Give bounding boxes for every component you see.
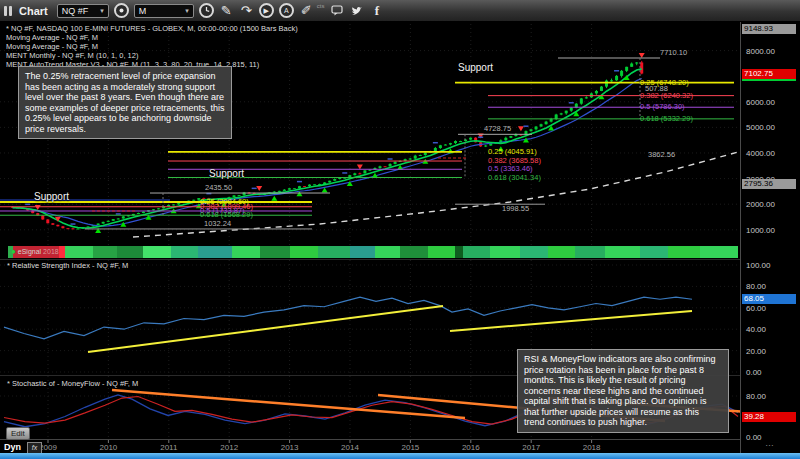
chat-button[interactable] bbox=[329, 3, 344, 19]
price-badge: 9148.93 bbox=[742, 24, 796, 34]
price-badge: 7102.75 bbox=[742, 69, 796, 79]
facebook-button[interactable]: f bbox=[369, 3, 384, 19]
chevron-down-icon: ▾ bbox=[185, 7, 189, 15]
chat-bubble-icon bbox=[331, 5, 343, 16]
price-axis-label: 6000.00 bbox=[746, 98, 775, 107]
draw-pencil-button[interactable]: ✎ bbox=[219, 3, 234, 19]
symbol-select[interactable]: NQ #F ▾ bbox=[57, 4, 109, 18]
study-line-ma1[interactable]: Moving Average - NQ #F, M bbox=[6, 33, 298, 42]
support-label-upper[interactable]: Support bbox=[458, 62, 493, 73]
window-icon[interactable] bbox=[4, 6, 12, 16]
esignal-watermark: ● eSignal 2018 bbox=[11, 247, 59, 256]
price-axis-label: 1000.00 bbox=[746, 226, 775, 235]
support-label-middle[interactable]: Support bbox=[209, 168, 244, 179]
play-button[interactable]: ▶ bbox=[259, 3, 274, 18]
price-axis-label: 8000.00 bbox=[746, 47, 775, 56]
rsi-panel-title[interactable]: * Relative Strength Index - NQ #F, M bbox=[7, 261, 128, 270]
price-axis-label: 5000.00 bbox=[746, 123, 775, 132]
stoch-axis-label: 0.00 bbox=[746, 433, 762, 442]
rsi-axis-label: 80.00 bbox=[746, 282, 766, 291]
share-arrow-button[interactable]: ↷ bbox=[239, 3, 254, 19]
price-axis-label: 4000.00 bbox=[746, 149, 775, 158]
twitter-button[interactable] bbox=[349, 3, 364, 19]
interval-value: M bbox=[139, 6, 147, 16]
watermark-year: 2018 bbox=[43, 248, 59, 255]
autotrade-button[interactable]: A bbox=[279, 3, 294, 18]
twitter-bird-icon bbox=[351, 6, 363, 16]
rsi-axis-label: 0.00 bbox=[746, 368, 762, 377]
rsi-axis-label: 100.00 bbox=[746, 261, 770, 270]
scroll-handle[interactable]: … bbox=[765, 438, 774, 448]
signal-strip-layer bbox=[8, 246, 738, 258]
time-interval-button[interactable] bbox=[199, 3, 214, 18]
study-labels: * NQ #F, NASDAQ 100 E-MINI FUTURES - GLO… bbox=[6, 24, 298, 69]
price-badge: 2795.36 bbox=[742, 179, 796, 189]
cts-label: cts bbox=[317, 3, 325, 9]
dot-icon bbox=[118, 7, 125, 14]
rsi-axis-label: 40.00 bbox=[746, 325, 766, 334]
marker-button[interactable]: ✐ bbox=[299, 3, 314, 19]
last-price-underline bbox=[742, 79, 796, 81]
rsi-axis-label: 20.00 bbox=[746, 347, 766, 356]
price-axis-label: 2000.00 bbox=[746, 200, 775, 209]
dyn-label[interactable]: Dyn bbox=[4, 442, 21, 452]
esignal-dot-icon: ● bbox=[11, 247, 16, 256]
stoch-value-badge: 39.28 bbox=[742, 412, 796, 422]
price-axis[interactable]: 8000.006000.005000.004000.003000.002000.… bbox=[741, 22, 800, 453]
symbol-value: NQ #F bbox=[62, 6, 89, 16]
edit-button[interactable]: Edit bbox=[6, 427, 30, 440]
support-label-lower[interactable]: Support bbox=[34, 191, 69, 202]
study-line-ma2[interactable]: Moving Average - NQ #F, M bbox=[6, 42, 298, 51]
interval-select[interactable]: M ▾ bbox=[134, 4, 194, 18]
stoch-panel-title[interactable]: * Stochastic of - MoneyFlow - NQ #F, M bbox=[7, 379, 138, 388]
rsi-axis-label: 60.00 bbox=[746, 304, 766, 313]
chart-title-label: Chart bbox=[19, 5, 48, 17]
rsi-value-badge: 68.05 bbox=[742, 294, 796, 304]
watermark-name: eSignal bbox=[18, 248, 41, 255]
symbol-search-button[interactable] bbox=[114, 3, 129, 18]
study-line-ment-monthly[interactable]: MENT Monthly - NQ #F, M (10, 1, 0, 12) bbox=[6, 51, 298, 60]
annotation-note-retracement[interactable]: The 0.25% retracement level of price exp… bbox=[18, 66, 232, 139]
stoch-axis-label: 80.00 bbox=[746, 392, 766, 401]
annotation-note-rsi[interactable]: RSI & MoneyFlow indicators are also conf… bbox=[517, 349, 729, 433]
trading-app-window: Chart NQ #F ▾ M ▾ ✎ ↷ ▶ A ✐ cts bbox=[0, 0, 800, 459]
chevron-down-icon: ▾ bbox=[100, 7, 104, 15]
clock-icon bbox=[202, 6, 211, 15]
rsi-layer bbox=[4, 297, 692, 352]
toolbar: Chart NQ #F ▾ M ▾ ✎ ↷ ▶ A ✐ cts bbox=[0, 0, 800, 22]
dashed-curve-layer bbox=[133, 151, 742, 237]
window-bottom-edge bbox=[0, 453, 800, 459]
study-line-symbol[interactable]: * NQ #F, NASDAQ 100 E-MINI FUTURES - GLO… bbox=[6, 24, 298, 33]
